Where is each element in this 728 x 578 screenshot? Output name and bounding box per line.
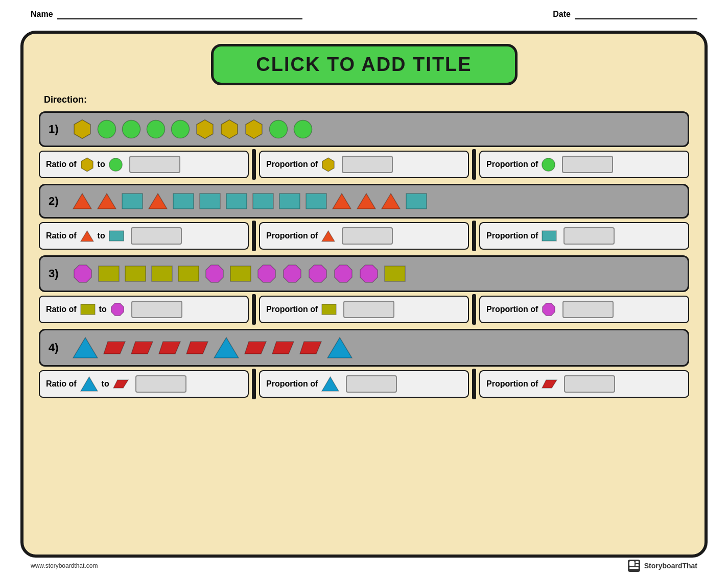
shape-row-4: 4) <box>39 329 689 367</box>
name-underline <box>57 9 302 19</box>
ratio-input-4[interactable] <box>135 375 186 393</box>
prop2-input-4[interactable] <box>564 375 615 393</box>
divider <box>252 294 256 325</box>
ratio-input-1[interactable] <box>129 156 180 173</box>
ratio-shape2 <box>108 230 125 242</box>
ratio-input-2[interactable] <box>131 227 182 245</box>
shape-4-6 <box>213 336 240 359</box>
ratio-label: Ratio of <box>46 379 77 389</box>
svg-marker-61 <box>322 377 339 391</box>
ratio-label: Ratio of <box>46 305 77 314</box>
svg-marker-49 <box>73 338 98 358</box>
svg-rect-66 <box>636 564 639 566</box>
shape-2-5 <box>172 192 195 210</box>
svg-marker-59 <box>81 377 98 391</box>
svg-marker-12 <box>322 158 334 172</box>
svg-rect-23 <box>306 194 326 209</box>
prop1-label: Proportion of <box>266 379 318 389</box>
shape-1-2 <box>97 119 117 139</box>
prop1-input-1[interactable] <box>342 156 393 173</box>
svg-marker-51 <box>131 342 153 354</box>
footer: www.storyboardthat.com StoryboardThat <box>31 559 697 573</box>
svg-marker-43 <box>360 265 378 282</box>
svg-marker-10 <box>81 158 92 172</box>
ratio-shape2 <box>110 302 125 317</box>
ratio-shape1 <box>80 157 95 172</box>
svg-marker-17 <box>149 194 167 209</box>
svg-marker-24 <box>333 194 351 209</box>
answer-row-2: Ratio of to Proportion ofProportion of <box>39 221 689 251</box>
question-1: 1)Ratio of to Proportion ofProportion of <box>39 111 689 180</box>
shapes-area-4 <box>72 336 353 359</box>
prop1-shape <box>321 157 336 172</box>
svg-marker-0 <box>74 120 90 139</box>
svg-marker-30 <box>322 231 335 242</box>
shape-3-6 <box>204 263 225 284</box>
shape-3-7 <box>229 265 252 282</box>
prop1-label: Proportion of <box>266 160 318 169</box>
shape-4-3 <box>130 341 154 355</box>
svg-marker-54 <box>214 338 239 358</box>
shape-4-7 <box>244 341 267 355</box>
footer-website: www.storyboardthat.com <box>31 562 98 569</box>
divider <box>472 149 476 180</box>
shapes-area-2 <box>72 192 428 210</box>
prop1-input-4[interactable] <box>346 375 397 393</box>
svg-rect-29 <box>109 231 124 241</box>
shape-4-2 <box>103 341 126 355</box>
svg-rect-44 <box>385 266 405 281</box>
prop2-input-1[interactable] <box>562 156 613 173</box>
divider <box>252 221 256 251</box>
divider <box>252 149 256 180</box>
prop1-input-3[interactable] <box>343 301 394 318</box>
svg-marker-60 <box>113 380 128 388</box>
ratio-cell-2: Ratio of to <box>39 222 249 250</box>
svg-point-1 <box>98 120 115 138</box>
shape-3-2 <box>98 265 120 282</box>
date-label: Date <box>553 10 571 19</box>
svg-marker-40 <box>284 265 301 282</box>
svg-point-2 <box>122 120 140 138</box>
prop2-cell-2: Proportion of <box>479 222 689 250</box>
shape-3-1 <box>72 263 93 284</box>
shape-3-9 <box>281 263 303 284</box>
svg-marker-42 <box>335 265 352 282</box>
shape-4-4 <box>158 341 181 355</box>
svg-marker-6 <box>221 120 238 139</box>
shape-3-10 <box>307 263 328 284</box>
divider <box>472 294 476 325</box>
ratio-to: to <box>99 305 107 314</box>
shape-2-2 <box>97 192 117 210</box>
shape-3-5 <box>177 265 200 282</box>
prop1-cell-2: Proportion of <box>259 222 469 250</box>
shape-1-3 <box>121 119 142 139</box>
svg-point-3 <box>147 120 165 138</box>
svg-rect-38 <box>230 266 251 281</box>
svg-marker-46 <box>111 303 123 316</box>
shape-1-5 <box>170 119 191 139</box>
prop2-input-3[interactable] <box>562 301 614 318</box>
shape-4-10 <box>326 336 353 359</box>
shape-2-8 <box>252 192 274 210</box>
shape-3-11 <box>333 263 354 284</box>
prop1-cell-3: Proportion of <box>259 296 469 323</box>
answer-row-3: Ratio of to Proportion ofProportion of <box>39 294 689 325</box>
shape-1-8 <box>244 119 264 139</box>
prop2-input-2[interactable] <box>563 227 615 245</box>
svg-rect-18 <box>173 194 194 209</box>
shape-3-12 <box>358 263 380 284</box>
prop1-input-2[interactable] <box>342 227 393 245</box>
svg-rect-67 <box>629 567 639 569</box>
prop2-cell-4: Proportion of <box>479 370 689 398</box>
shapes-area-1 <box>72 119 313 139</box>
svg-marker-28 <box>81 231 93 242</box>
shape-4-5 <box>185 341 209 355</box>
prop2-label: Proportion of <box>486 305 538 314</box>
svg-rect-16 <box>122 194 143 209</box>
title-button[interactable]: CLICK TO ADD TITLE <box>211 44 518 85</box>
svg-marker-39 <box>258 265 275 282</box>
ratio-input-3[interactable] <box>131 301 182 318</box>
shape-1-4 <box>146 119 166 139</box>
svg-marker-26 <box>382 194 400 209</box>
svg-marker-62 <box>542 380 557 388</box>
